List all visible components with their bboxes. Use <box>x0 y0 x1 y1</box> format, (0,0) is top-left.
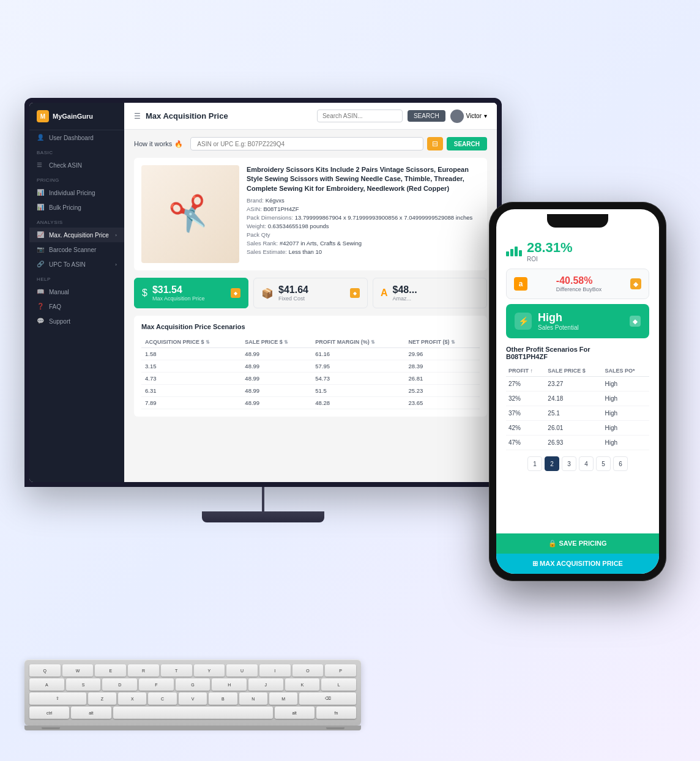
key-e[interactable]: E <box>95 664 126 677</box>
search-input[interactable] <box>317 110 403 122</box>
key-shift[interactable]: ⇧ <box>29 692 86 705</box>
sidebar-item-manual[interactable]: 📖 Manual <box>29 284 124 299</box>
key-j[interactable]: J <box>248 678 283 691</box>
key-alt[interactable]: alt <box>71 707 111 719</box>
other-profit-title: Other Profit Scenarios For B08T1PH4ZF <box>506 346 649 360</box>
keyboard-row-4: ctrl alt alt fn <box>29 707 356 719</box>
individual-pricing-icon: 📊 <box>37 189 44 196</box>
page-button[interactable]: 2 <box>545 456 559 471</box>
key-b[interactable]: B <box>209 692 237 705</box>
sales-po-val: High <box>603 421 649 436</box>
profit-col-sale-price: SALE PRICE $ <box>545 365 602 377</box>
key-m[interactable]: M <box>269 692 297 705</box>
page-button[interactable]: 4 <box>579 456 594 471</box>
key-z[interactable]: Z <box>88 692 116 705</box>
sidebar-item-faq[interactable]: ❓ FAQ <box>29 299 124 314</box>
key-l[interactable]: L <box>321 678 356 691</box>
key-i[interactable]: I <box>259 664 291 677</box>
col-margin: PROFIT MARGIN (%) ⇅ <box>311 336 404 348</box>
key-y[interactable]: Y <box>194 664 225 677</box>
key-o[interactable]: O <box>292 664 324 677</box>
monitor-frame: M MyGainGuru 👤 User Dashboard BASIC ☰ Ch… <box>24 98 502 487</box>
col-net-profit: NET PROFIT ($) ⇅ <box>405 336 480 348</box>
mobile-bottom-buttons: 🔒 SAVE PRICING ⊞ MAX ACQUISITION PRICE <box>496 533 659 574</box>
price-card-content: $31.54 Max Acquisition Price <box>152 284 205 302</box>
key-a[interactable]: A <box>29 678 64 691</box>
how-it-works-bar: How it works 🔥 ⊟ SEARCH <box>134 137 487 150</box>
sale-price: 48.99 <box>241 397 311 409</box>
keyboard-foot-right <box>326 727 344 729</box>
key-space[interactable] <box>113 707 273 719</box>
sidebar-section-analysis: ANALYSIS <box>29 215 124 228</box>
table-row: 4.73 48.99 54.73 26.81 <box>141 373 480 385</box>
product-weight: Weight: 0.63534655198 pounds <box>247 223 480 229</box>
key-w[interactable]: W <box>62 664 94 677</box>
key-alt2[interactable]: alt <box>275 707 315 719</box>
key-backspace[interactable]: ⌫ <box>299 692 356 705</box>
key-t[interactable]: T <box>161 664 192 677</box>
monitor-screen: M MyGainGuru 👤 User Dashboard BASIC ☰ Ch… <box>29 103 497 482</box>
how-it-works-link[interactable]: How it works 🔥 <box>134 140 183 148</box>
key-p[interactable]: P <box>325 664 356 677</box>
sidebar-item-dashboard[interactable]: 👤 User Dashboard <box>29 130 124 145</box>
key-k[interactable]: K <box>285 678 320 691</box>
keyboard-row-2: A S D F G H J K L <box>29 678 356 691</box>
key-q[interactable]: Q <box>29 664 61 677</box>
key-d[interactable]: D <box>102 678 137 691</box>
max-acquisition-button[interactable]: ⊞ MAX ACQUISITION PRICE <box>496 554 659 574</box>
sales-card-left: ⚡ High Sales Potential <box>515 311 579 331</box>
key-h[interactable]: H <box>212 678 247 691</box>
search-green-button[interactable]: SEARCH <box>447 137 487 150</box>
acquisition-price: 1.58 <box>141 348 241 360</box>
asin-input[interactable] <box>190 137 423 150</box>
search-button[interactable]: SEARCH <box>408 110 445 122</box>
key-ctrl[interactable]: ctrl <box>29 707 69 719</box>
table-row: 1.58 48.99 61.16 29.96 <box>141 348 480 360</box>
key-fn[interactable]: fn <box>316 707 356 719</box>
page-button[interactable]: 6 <box>613 456 628 471</box>
key-v[interactable]: V <box>179 692 207 705</box>
key-c[interactable]: C <box>148 692 176 705</box>
sales-text: High Sales Potential <box>538 311 579 331</box>
save-pricing-button[interactable]: 🔒 SAVE PRICING <box>496 533 659 554</box>
key-f[interactable]: F <box>139 678 174 691</box>
product-sales-estimate: Sales Estimate: Less than 10 <box>247 248 480 255</box>
key-g[interactable]: G <box>176 678 210 691</box>
faq-icon: ❓ <box>37 303 44 310</box>
sidebar-item-individual-pricing[interactable]: 📊 Individual Pricing <box>29 185 124 200</box>
bulk-pricing-icon: 📊 <box>37 204 44 211</box>
box-icon: 📦 <box>261 288 274 299</box>
buybox-value: -40.58% <box>556 275 601 286</box>
sidebar-item-support[interactable]: 💬 Support <box>29 314 124 329</box>
logo-icon: M <box>37 110 49 122</box>
sidebar-item-check-asin[interactable]: ☰ Check ASIN <box>29 158 124 173</box>
sidebar-item-upc[interactable]: 🔗 UPC To ASIN › <box>29 257 124 272</box>
acquisition-price: 7.89 <box>141 397 241 409</box>
topbar-left: ☰ Max Acquisition Price <box>134 111 228 121</box>
sales-high-label: High <box>538 311 579 324</box>
sidebar-item-bulk-pricing[interactable]: 📊 Bulk Pricing <box>29 200 124 215</box>
price-card-amazon: A $48... Amaz... <box>373 278 487 308</box>
key-u[interactable]: U <box>226 664 258 677</box>
sidebar-section-pricing: PRICING <box>29 173 124 185</box>
product-asin: ASIN: B08T1PH4ZF <box>247 206 480 212</box>
key-r[interactable]: R <box>128 664 159 677</box>
manual-icon: 📖 <box>37 288 44 295</box>
sales-po-val: High <box>603 436 649 450</box>
upc-icon: 🔗 <box>37 261 44 268</box>
sales-potential-label: Sales Potential <box>538 324 579 331</box>
key-n[interactable]: N <box>239 692 267 705</box>
key-x[interactable]: X <box>118 692 146 705</box>
dollar-icon: $ <box>142 288 147 299</box>
page-button[interactable]: 5 <box>596 456 611 471</box>
support-icon: 💬 <box>37 317 44 325</box>
hamburger-icon[interactable]: ☰ <box>134 112 141 121</box>
key-s[interactable]: S <box>66 678 101 691</box>
sidebar-item-barcode[interactable]: 📷 Barcode Scanner <box>29 242 124 257</box>
page-button[interactable]: 3 <box>562 456 576 471</box>
page-button[interactable]: 1 <box>527 456 542 471</box>
sidebar-item-max-acquisition[interactable]: 📈 Max. Acquisition Price › <box>29 228 124 242</box>
col-sale: SALE PRICE $ ⇅ <box>241 336 311 348</box>
qr-button[interactable]: ⊟ <box>427 137 443 150</box>
scenarios-section: Max Acquisition Price Scenarios ACQUISIT… <box>134 316 487 417</box>
